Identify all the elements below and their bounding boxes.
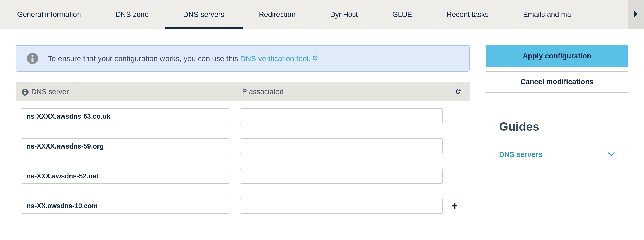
info-banner: To ensure that your configuration works,… xyxy=(16,45,470,72)
tab-recent-tasks[interactable]: Recent tasks xyxy=(429,0,506,29)
dns-server-input[interactable] xyxy=(22,168,229,184)
ip-associated-input[interactable] xyxy=(240,198,443,214)
refresh-button[interactable] xyxy=(454,88,461,96)
main-column: To ensure that your configuration works,… xyxy=(16,45,470,221)
dns-server-input[interactable] xyxy=(22,138,229,154)
info-icon xyxy=(27,53,38,64)
external-link-icon xyxy=(312,54,318,63)
guides-item-label: DNS servers xyxy=(499,150,542,159)
plus-icon: + xyxy=(452,200,458,211)
ip-associated-input[interactable] xyxy=(240,138,443,154)
tab-dns-zone[interactable]: DNS zone xyxy=(98,0,166,29)
tab-general-information[interactable]: General information xyxy=(0,0,98,29)
tab-emails-mailing[interactable]: Emails and ma xyxy=(506,0,589,29)
side-column: Apply configuration Cancel modifications… xyxy=(486,45,628,175)
add-server-button[interactable]: + xyxy=(452,201,458,211)
tab-dns-servers[interactable]: DNS servers xyxy=(166,0,242,29)
ip-associated-input[interactable] xyxy=(240,108,443,124)
tabs-inner: General information DNS zone DNS servers… xyxy=(0,0,628,29)
dns-servers-table: DNS server IP associated xyxy=(16,82,470,221)
info-banner-text: To ensure that your configuration works,… xyxy=(48,54,240,63)
table-header-col-server: DNS server xyxy=(22,88,240,96)
info-icon xyxy=(22,89,29,96)
refresh-icon xyxy=(454,91,461,96)
tabs-bar: General information DNS zone DNS servers… xyxy=(0,0,644,29)
dns-server-input[interactable] xyxy=(22,108,229,124)
ip-associated-input[interactable] xyxy=(240,168,443,184)
info-banner-message: To ensure that your configuration works,… xyxy=(48,54,318,63)
cancel-modifications-button[interactable]: Cancel modifications xyxy=(486,71,628,93)
content-wrap: To ensure that your configuration works,… xyxy=(0,29,644,232)
tabs-scroll-right-button[interactable] xyxy=(628,0,644,29)
table-header-ip-label: IP associated xyxy=(240,88,454,96)
dns-server-input[interactable] xyxy=(22,198,229,214)
tab-glue[interactable]: GLUE xyxy=(375,0,429,29)
tab-dynhost[interactable]: DynHost xyxy=(313,0,375,29)
guides-title: Guides xyxy=(499,120,615,133)
table-row xyxy=(16,161,470,191)
table-row xyxy=(16,101,470,131)
table-row: + xyxy=(16,191,470,221)
chevron-right-icon xyxy=(634,10,638,19)
table-header: DNS server IP associated xyxy=(16,82,470,101)
apply-configuration-button[interactable]: Apply configuration xyxy=(486,45,628,67)
table-row xyxy=(16,131,470,161)
chevron-down-icon xyxy=(608,152,615,157)
guides-dns-servers-toggle[interactable]: DNS servers xyxy=(499,143,615,166)
table-header-server-label: DNS server xyxy=(31,88,69,96)
dns-verification-link[interactable]: DNS verification tool. xyxy=(240,54,318,63)
dns-verification-link-text: DNS verification tool. xyxy=(240,54,310,63)
guides-panel: Guides DNS servers xyxy=(486,108,628,175)
tab-redirection[interactable]: Redirection xyxy=(242,0,313,29)
